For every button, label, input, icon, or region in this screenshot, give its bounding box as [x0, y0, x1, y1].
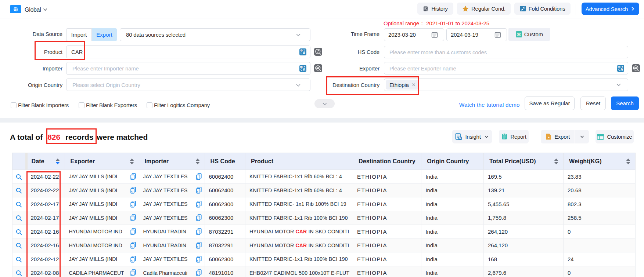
svg-text:A: A [303, 51, 305, 55]
svg-text:A: A [620, 68, 623, 72]
svg-text:⌘: ⌘ [517, 32, 521, 37]
svg-text:A: A [303, 68, 305, 72]
svg-text:BI: BI [459, 137, 461, 139]
